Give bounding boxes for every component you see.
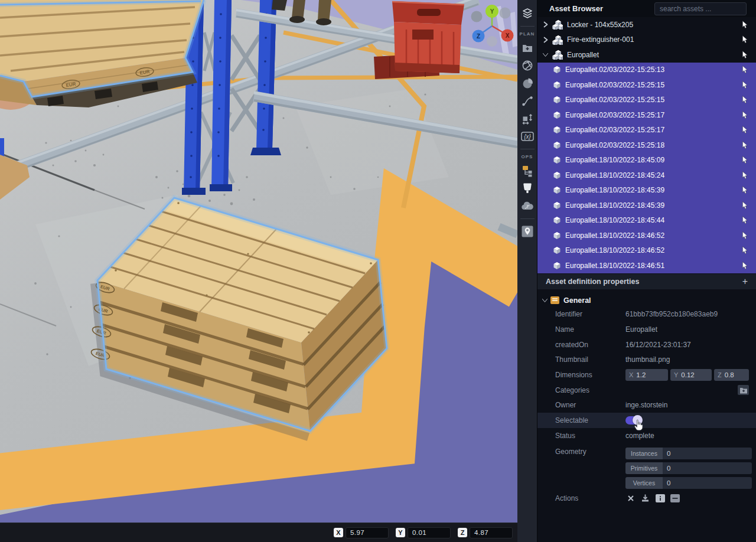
cube-icon [553, 111, 561, 119]
variables-icon[interactable]: {x} [520, 129, 535, 144]
property-createdon: createdOn 16/12/2021-23:01:37 [537, 337, 756, 352]
dimension-z-input[interactable]: Z0.8 [714, 369, 749, 381]
cube-stack-icon [551, 19, 563, 30]
pick-cursor-icon[interactable] [742, 171, 749, 179]
cube-icon [553, 186, 561, 194]
coordinate-y: Y 0.01 [396, 527, 451, 538]
panel-header: Asset Browser [537, 0, 756, 17]
pick-cursor-icon[interactable] [742, 156, 749, 164]
property-dimensions: Dimensions X1.2 Y0.12 Z0.8 [537, 367, 756, 383]
coord-x-field[interactable]: 5.97 [346, 527, 389, 538]
coord-y-field[interactable]: 0.01 [408, 527, 451, 538]
paddle-icon[interactable] [520, 181, 535, 196]
cube-icon [553, 141, 561, 149]
properties-panel: General Identifier 61bbb73fb952cb180e83a… [537, 289, 756, 542]
cloud-network-icon[interactable] [520, 198, 535, 214]
measure-icon[interactable] [520, 111, 535, 126]
add-folder-icon[interactable] [520, 40, 535, 55]
tree-item-europallet-instance[interactable]: Europallet.18/10/2022-18:45:24 [537, 168, 756, 183]
geometry-vertices-field[interactable]: Vertices0 [625, 477, 752, 489]
tree-item-europallet-instance[interactable]: Europallet.02/03/2022-15:25:15 [537, 93, 756, 108]
divider [520, 218, 535, 219]
coord-z-field[interactable]: 4.87 [470, 527, 513, 538]
cube-icon [553, 96, 561, 104]
tree-item-europallet-instance[interactable]: Europallet.18/10/2022-18:46:52 [537, 228, 756, 243]
chevron-right-icon[interactable] [542, 36, 549, 44]
delete-x-icon[interactable] [625, 494, 636, 502]
tree-item-fire-extinguisher[interactable]: Fire-extinguisher-001 [537, 32, 756, 48]
shutter-icon[interactable] [520, 58, 535, 73]
tree-item-europallet-instance[interactable]: Europallet.02/03/2022-15:25:17 [537, 107, 756, 123]
cube-stack-icon [551, 50, 563, 60]
dimension-y-input[interactable]: Y0.12 [670, 369, 712, 381]
properties-header: Asset definition properties + [537, 274, 756, 289]
tree-item-europallet-instance[interactable]: Europallet.18/10/2022-18:46:51 [537, 258, 756, 273]
chevron-right-icon[interactable] [542, 21, 549, 28]
tree-item-europallet-instance[interactable]: Europallet.18/10/2022-18:45:44 [537, 213, 756, 228]
pick-cursor-icon[interactable] [742, 81, 749, 89]
pick-cursor-icon[interactable] [742, 51, 749, 59]
tree-item-europallet-instance[interactable]: Europallet.18/10/2022-18:46:52 [537, 243, 756, 259]
svg-text:Y: Y [490, 8, 494, 15]
structure-icon[interactable] [520, 163, 535, 178]
divider [520, 26, 535, 27]
pick-cursor-icon[interactable] [742, 21, 749, 29]
viewport-3d[interactable]: EUR EUR [0, 0, 517, 542]
add-property-button[interactable]: + [742, 277, 748, 286]
tree-item-europallet-instance[interactable]: Europallet.02/03/2022-15:25:18 [537, 138, 756, 153]
map-location-icon[interactable] [520, 224, 535, 239]
divider [520, 149, 535, 149]
tree-item-locker[interactable]: Locker - 104x55x205 [537, 17, 756, 32]
pick-cursor-icon[interactable] [742, 96, 749, 104]
pick-cursor-icon[interactable] [742, 231, 749, 240]
general-section-icon [550, 296, 559, 304]
property-name: Name Europallet [537, 322, 756, 337]
pick-cursor-icon[interactable] [742, 262, 749, 270]
pick-cursor-icon[interactable] [742, 246, 749, 254]
tree-item-europallet-instance[interactable]: Europallet.02/03/2022-15:25:13 [537, 63, 756, 78]
property-status: Status complete [537, 428, 756, 443]
property-selectable: Selectable [537, 413, 756, 428]
tree-item-europallet-instance[interactable]: Europallet.18/10/2022-18:45:39 [537, 198, 756, 213]
minus-icon[interactable] [670, 494, 680, 502]
geometry-instances-field[interactable]: Instances0 [625, 448, 752, 459]
panel-title: Asset Browser [549, 4, 654, 13]
pick-cursor-icon[interactable] [742, 35, 749, 44]
geometry-primitives-field[interactable]: Primitives0 [625, 462, 752, 474]
info-icon[interactable] [655, 494, 665, 502]
chevron-down-icon[interactable] [541, 296, 549, 304]
cube-icon [553, 156, 561, 164]
property-owner: Owner inge.storstein [537, 398, 756, 413]
y-axis-chip: Y [396, 528, 405, 537]
pick-cursor-icon[interactable] [742, 111, 749, 119]
cube-icon [553, 216, 561, 224]
pick-cursor-icon[interactable] [742, 126, 749, 134]
pick-cursor-icon[interactable] [742, 201, 749, 210]
spline-icon[interactable] [520, 93, 535, 109]
chevron-down-icon[interactable] [542, 51, 549, 58]
pick-cursor-icon[interactable] [742, 186, 749, 194]
pick-cursor-icon[interactable] [742, 66, 749, 74]
tree-item-europallet-instance[interactable]: Europallet.02/03/2022-15:25:15 [537, 77, 756, 93]
svg-text:Z: Z [477, 33, 480, 40]
svg-text:X: X [506, 32, 510, 39]
cube-icon [553, 171, 561, 179]
ops-section-label: OPS [522, 154, 533, 159]
dimension-x-input[interactable]: X1.2 [625, 369, 668, 381]
warehouse-scene[interactable]: EUR EUR [0, 0, 517, 542]
property-thumbnail: Thumbnail thumbnail.png [537, 352, 756, 368]
tree-item-europallet-instance[interactable]: Europallet.18/10/2022-18:45:39 [537, 183, 756, 198]
add-category-folder-icon[interactable] [738, 385, 749, 395]
general-section-row[interactable]: General [537, 294, 756, 307]
download-icon[interactable] [640, 494, 650, 502]
selectable-toggle[interactable] [625, 416, 641, 425]
coordinate-z: Z 4.87 [458, 527, 513, 538]
assets-stack-icon[interactable] [520, 6, 535, 21]
pie-chart-icon[interactable] [520, 76, 535, 91]
tree-item-europallet-instance[interactable]: Europallet.02/03/2022-15:25:17 [537, 123, 756, 138]
tree-item-europallet[interactable]: Europallet [537, 47, 756, 63]
pick-cursor-icon[interactable] [742, 216, 749, 224]
search-input[interactable] [654, 2, 747, 15]
tree-item-europallet-instance[interactable]: Europallet.18/10/2022-18:45:09 [537, 153, 756, 168]
pick-cursor-icon[interactable] [742, 141, 749, 149]
